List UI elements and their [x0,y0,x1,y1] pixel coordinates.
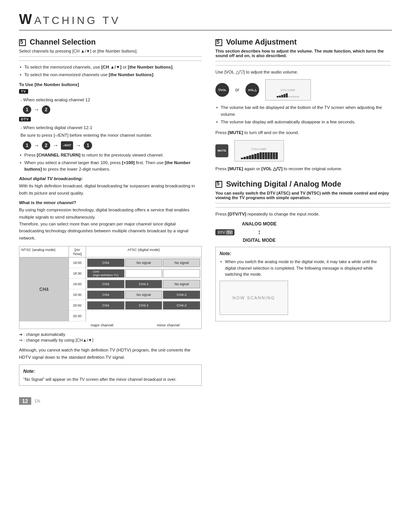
minor-label: minor channel [135,323,201,327]
air-label: [Air Time] [69,246,86,257]
ent-btn: –/ENT [61,141,73,150]
analog-mode-label: ANALOG MODE [242,221,277,227]
vol-separator [215,65,390,66]
num-btn-2: 2 [42,105,50,114]
list-item: To select the non-memorized channels use… [19,72,202,78]
ntsc-label: NTSC (analog mode) [19,246,69,257]
switching-subtitle: You can easily switch the DTV (ATSC) and… [215,191,390,203]
dtv-arrow-sequence: 1 → 2 → –/ENT → 1 [23,141,202,150]
diag-cell: No signal [163,280,200,288]
legend-line-2: ⇒ : change manually by using [CH▲/▼] [19,338,202,343]
dtv-part: DTV [217,230,226,235]
diag-cell: CH4-1 [125,301,162,310]
tv-desc: - When selecting analog channel 12 [21,96,202,103]
time-cell: 20:00 [69,300,86,311]
dtv-num-btn-1: 1 [23,141,31,150]
legend-text-1: ➔ : change automatically [19,332,65,337]
bar-seg [290,96,292,97]
vol-up-circle: VOL△ [245,83,259,97]
legend-area: ➔ : change automatically ⇒ : change manu… [19,332,202,343]
vol-up-btn: VOL△ [245,83,259,97]
switching-section-title: Switching Digital / Analog Mode [215,180,390,189]
mute-row: MUTE VOLUME [215,140,390,161]
ch4-block: CH4 [19,257,69,321]
tv-arrow-sequence: 1 → 2 [23,105,202,114]
dtv-num-btn-2: 2 [42,141,50,150]
mute-display: VOLUME [234,140,284,161]
channel-diagram: NTSC (analog mode) [Air Time] ATSC (digi… [19,246,202,329]
diagram-header: NTSC (analog mode) [Air Time] ATSC (digi… [19,246,201,257]
vol-down-btn: ▽VOL [215,83,229,97]
list-item: The volume bar will be displayed at the … [215,104,390,118]
checkbox-icon [19,39,26,46]
vol-up-label: VOL△ [248,88,256,92]
bar-seg [277,96,279,97]
diagram-footer: major channel minor channel [19,321,201,329]
bar-seg [249,155,251,159]
time-cell: 18:00 [69,257,86,268]
page-title: WATCHING TV [19,11,392,27]
mode-labels: ANALOG MODE ↕ DIGITAL MODE [242,221,277,243]
diag-cell: No signal [125,291,162,299]
scan-text: NOW SCANNING [233,295,275,301]
volume-title-text: Volume Adjustment [226,38,297,46]
hdtv-note: Although, you cannot watch the high defi… [19,347,202,361]
note-text: "No Signal" will appear on the TV screen… [23,376,198,383]
diagram-row: CH4(high definition TV) [86,268,201,279]
diag-cell [163,269,200,278]
time-cell: 19:30 [69,289,86,300]
diagram-body: CH4 18:00 18:30 19:00 19:30 20:00 20:30 [19,257,201,321]
switch-separator [215,207,390,208]
list-item: When you select a channel larger than 10… [19,160,202,173]
bar-seg [252,155,254,159]
atsc-rows: CH4 No signal No signal CH4(high definit… [86,257,201,321]
arrow-icon-4: → [75,142,81,149]
channel-return-bullet: Press [CHANNEL RETURN] to return to the … [19,152,202,173]
page-number: 12 [19,397,31,405]
major-label: major channel [69,323,135,327]
list-item: To select the memorized channels, use [C… [19,64,202,70]
mode-arrow-icon: ↕ [258,228,261,236]
note-box: Note: "No Signal" will appear on the TV … [19,364,202,386]
switch-checkbox-icon [215,181,222,188]
vol-or-text: or [235,87,239,93]
legend-line-1: ➔ : change automatically [19,332,202,337]
mute-label: MUTE [218,149,226,152]
diag-cell: CH4 [87,280,124,288]
vol-bullets: The volume bar will be displayed at the … [215,104,390,125]
diag-cell: CH4(high definition TV) [87,269,124,278]
note-title: Note: [23,368,198,375]
volume-subtitle: This section describes how to adjust the… [215,49,390,61]
bar-seg [268,152,270,159]
bar-seg [244,157,246,159]
number-buttons-heading: To Use [the Number buttons] [19,82,202,87]
mute-recover-text: Press [MUTE] again or [VOL △/▽] to recov… [215,165,390,172]
switching-title-text: Switching Digital / Analog Mode [226,180,341,189]
page-en-label: EN [35,399,40,403]
bar-seg [257,153,259,159]
vol-full-bar [241,152,278,159]
ch4-label: CH4 [39,287,48,292]
bar-seg [265,152,267,159]
diagram-row: CH4 CH4-1 CH4-2 [86,300,201,311]
diag-cell: No signal [125,259,162,267]
dtv-tv-btn: DTV TV [215,229,234,235]
diag-cell: CH4-1 [125,280,162,288]
arrow-icon-3: → [53,142,59,149]
bar-seg [286,93,288,97]
diag-cell: CH4-2 [163,291,200,299]
bar-seg [293,96,295,97]
bar-seg [270,152,272,159]
two-col-layout: Channel Selection Select channels by pre… [19,38,392,386]
vol-buttons-row: ▽VOL or VOL△ VOLUME [215,79,390,101]
title-w: W [19,11,34,27]
list-item: When you switch the analog mode to the d… [220,259,386,278]
volume-section-title: Volume Adjustment [215,38,390,46]
channel-subtitle: Select channels by pressing [CH ▲/▼] or … [19,49,202,57]
diagram-row: CH4 CH4-1 No signal [86,279,201,289]
arrow-icon: → [33,106,40,113]
legend-text-2: ⇒ : change manually by using [CH▲/▼] [19,338,93,343]
bar-seg [295,96,297,97]
bar-seg [281,95,283,97]
diag-cell: CH4 [87,291,124,299]
